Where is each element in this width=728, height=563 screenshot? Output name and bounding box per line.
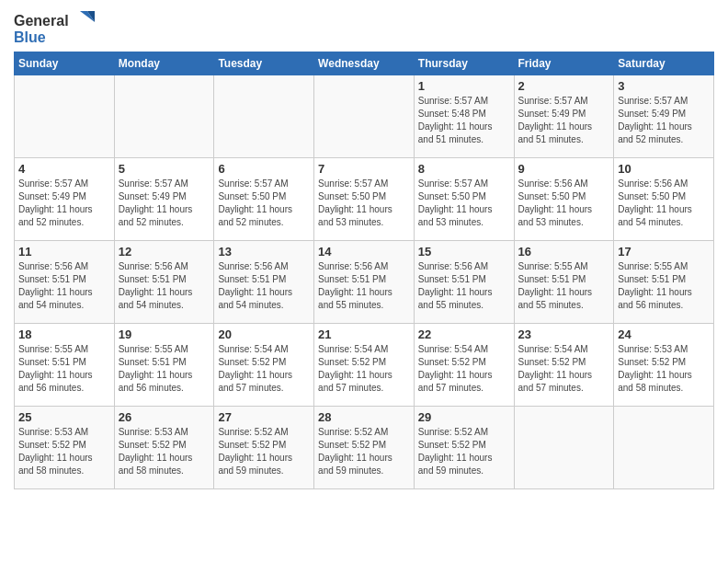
calendar-cell: 15Sunrise: 5:56 AM Sunset: 5:51 PM Dayli…: [414, 241, 514, 324]
calendar-cell: 14Sunrise: 5:56 AM Sunset: 5:51 PM Dayli…: [314, 241, 415, 324]
day-number: 6: [218, 162, 310, 176]
calendar-cell: 19Sunrise: 5:55 AM Sunset: 5:51 PM Dayli…: [114, 324, 214, 407]
calendar-cell: 21Sunrise: 5:54 AM Sunset: 5:52 PM Dayli…: [314, 324, 415, 407]
day-number: 1: [418, 79, 510, 93]
day-of-week-header: Monday: [114, 52, 214, 75]
day-info: Sunrise: 5:57 AM Sunset: 5:48 PM Dayligh…: [418, 95, 510, 146]
day-number: 29: [418, 410, 510, 424]
day-number: 20: [218, 327, 310, 341]
day-info: Sunrise: 5:56 AM Sunset: 5:50 PM Dayligh…: [618, 178, 710, 229]
day-of-week-header: Wednesday: [314, 52, 415, 75]
calendar-cell: 4Sunrise: 5:57 AM Sunset: 5:49 PM Daylig…: [15, 158, 115, 241]
day-number: 12: [119, 245, 210, 259]
calendar-cell: [15, 75, 115, 158]
day-number: 16: [518, 245, 610, 259]
day-info: Sunrise: 5:54 AM Sunset: 5:52 PM Dayligh…: [218, 343, 310, 395]
day-info: Sunrise: 5:53 AM Sunset: 5:52 PM Dayligh…: [119, 426, 210, 477]
calendar-week-row: 18Sunrise: 5:55 AM Sunset: 5:51 PM Dayli…: [15, 324, 714, 407]
day-info: Sunrise: 5:55 AM Sunset: 5:51 PM Dayligh…: [518, 260, 610, 312]
calendar-week-row: 11Sunrise: 5:56 AM Sunset: 5:51 PM Dayli…: [15, 241, 714, 324]
calendar-header-row: SundayMondayTuesdayWednesdayThursdayFrid…: [15, 52, 714, 75]
calendar-cell: 6Sunrise: 5:57 AM Sunset: 5:50 PM Daylig…: [214, 158, 314, 241]
day-number: 13: [218, 245, 310, 259]
day-number: 23: [518, 327, 610, 341]
calendar-week-row: 4Sunrise: 5:57 AM Sunset: 5:49 PM Daylig…: [15, 158, 714, 241]
day-info: Sunrise: 5:53 AM Sunset: 5:52 PM Dayligh…: [618, 343, 710, 395]
day-number: 9: [518, 162, 610, 176]
day-number: 5: [119, 162, 210, 176]
calendar-table: SundayMondayTuesdayWednesdayThursdayFrid…: [14, 52, 714, 489]
calendar-cell: 3Sunrise: 5:57 AM Sunset: 5:49 PM Daylig…: [614, 75, 714, 158]
day-info: Sunrise: 5:57 AM Sunset: 5:49 PM Dayligh…: [618, 95, 710, 146]
calendar-cell: 23Sunrise: 5:54 AM Sunset: 5:52 PM Dayli…: [514, 324, 614, 407]
day-info: Sunrise: 5:57 AM Sunset: 5:49 PM Dayligh…: [518, 95, 610, 146]
day-of-week-header: Saturday: [614, 52, 714, 75]
calendar-cell: 12Sunrise: 5:56 AM Sunset: 5:51 PM Dayli…: [114, 241, 214, 324]
calendar-cell: 25Sunrise: 5:53 AM Sunset: 5:52 PM Dayli…: [15, 407, 115, 489]
day-number: 4: [18, 162, 110, 176]
day-info: Sunrise: 5:52 AM Sunset: 5:52 PM Dayligh…: [218, 426, 310, 477]
day-info: Sunrise: 5:53 AM Sunset: 5:52 PM Dayligh…: [18, 426, 110, 477]
day-info: Sunrise: 5:57 AM Sunset: 5:50 PM Dayligh…: [418, 178, 510, 229]
day-number: 7: [318, 162, 410, 176]
day-info: Sunrise: 5:57 AM Sunset: 5:49 PM Dayligh…: [18, 178, 110, 229]
calendar-cell: 2Sunrise: 5:57 AM Sunset: 5:49 PM Daylig…: [514, 75, 614, 158]
day-info: Sunrise: 5:55 AM Sunset: 5:51 PM Dayligh…: [18, 343, 110, 395]
day-of-week-header: Thursday: [414, 52, 514, 75]
calendar-cell: 20Sunrise: 5:54 AM Sunset: 5:52 PM Dayli…: [214, 324, 314, 407]
day-number: 11: [18, 245, 110, 259]
calendar-cell: 18Sunrise: 5:55 AM Sunset: 5:51 PM Dayli…: [15, 324, 115, 407]
calendar-cell: [214, 75, 314, 158]
calendar-cell: 1Sunrise: 5:57 AM Sunset: 5:48 PM Daylig…: [414, 75, 514, 158]
day-number: 10: [618, 162, 710, 176]
calendar-cell: 26Sunrise: 5:53 AM Sunset: 5:52 PM Dayli…: [114, 407, 214, 489]
day-info: Sunrise: 5:54 AM Sunset: 5:52 PM Dayligh…: [418, 343, 510, 395]
day-number: 17: [618, 245, 710, 259]
day-info: Sunrise: 5:54 AM Sunset: 5:52 PM Dayligh…: [518, 343, 610, 395]
day-number: 28: [318, 410, 410, 424]
calendar-cell: 13Sunrise: 5:56 AM Sunset: 5:51 PM Dayli…: [214, 241, 314, 324]
calendar-cell: [614, 407, 714, 489]
calendar-cell: 16Sunrise: 5:55 AM Sunset: 5:51 PM Dayli…: [514, 241, 614, 324]
day-info: Sunrise: 5:57 AM Sunset: 5:50 PM Dayligh…: [318, 178, 410, 229]
day-number: 3: [618, 79, 710, 93]
day-info: Sunrise: 5:56 AM Sunset: 5:51 PM Dayligh…: [318, 260, 410, 312]
day-of-week-header: Friday: [514, 52, 614, 75]
calendar-cell: 11Sunrise: 5:56 AM Sunset: 5:51 PM Dayli…: [15, 241, 115, 324]
day-number: 25: [18, 410, 110, 424]
day-number: 21: [318, 327, 410, 341]
calendar-week-row: 1Sunrise: 5:57 AM Sunset: 5:48 PM Daylig…: [15, 75, 714, 158]
day-info: Sunrise: 5:56 AM Sunset: 5:51 PM Dayligh…: [18, 260, 110, 312]
day-number: 27: [218, 410, 310, 424]
calendar-body: 1Sunrise: 5:57 AM Sunset: 5:48 PM Daylig…: [15, 75, 714, 489]
calendar-cell: [314, 75, 415, 158]
day-number: 26: [119, 410, 210, 424]
calendar-week-row: 25Sunrise: 5:53 AM Sunset: 5:52 PM Dayli…: [15, 407, 714, 489]
day-number: 14: [318, 245, 410, 259]
calendar-cell: 27Sunrise: 5:52 AM Sunset: 5:52 PM Dayli…: [214, 407, 314, 489]
day-info: Sunrise: 5:56 AM Sunset: 5:51 PM Dayligh…: [218, 260, 310, 312]
day-number: 22: [418, 327, 510, 341]
calendar-cell: 7Sunrise: 5:57 AM Sunset: 5:50 PM Daylig…: [314, 158, 415, 241]
calendar-cell: 24Sunrise: 5:53 AM Sunset: 5:52 PM Dayli…: [614, 324, 714, 407]
day-of-week-header: Sunday: [15, 52, 115, 75]
calendar-cell: 5Sunrise: 5:57 AM Sunset: 5:49 PM Daylig…: [114, 158, 214, 241]
svg-text:Blue: Blue: [14, 29, 46, 45]
calendar-cell: [114, 75, 214, 158]
day-number: 15: [418, 245, 510, 259]
calendar-cell: 29Sunrise: 5:52 AM Sunset: 5:52 PM Dayli…: [414, 407, 514, 489]
day-number: 8: [418, 162, 510, 176]
day-number: 19: [119, 327, 210, 341]
day-info: Sunrise: 5:57 AM Sunset: 5:50 PM Dayligh…: [218, 178, 310, 229]
day-info: Sunrise: 5:56 AM Sunset: 5:50 PM Dayligh…: [518, 178, 610, 229]
day-info: Sunrise: 5:56 AM Sunset: 5:51 PM Dayligh…: [418, 260, 510, 312]
calendar-cell: 9Sunrise: 5:56 AM Sunset: 5:50 PM Daylig…: [514, 158, 614, 241]
calendar-cell: 28Sunrise: 5:52 AM Sunset: 5:52 PM Dayli…: [314, 407, 415, 489]
page-header: GeneralBlue: [14, 9, 714, 46]
day-info: Sunrise: 5:55 AM Sunset: 5:51 PM Dayligh…: [119, 343, 210, 395]
calendar-cell: 10Sunrise: 5:56 AM Sunset: 5:50 PM Dayli…: [614, 158, 714, 241]
day-number: 24: [618, 327, 710, 341]
day-info: Sunrise: 5:54 AM Sunset: 5:52 PM Dayligh…: [318, 343, 410, 395]
day-info: Sunrise: 5:52 AM Sunset: 5:52 PM Dayligh…: [418, 426, 510, 477]
logo: GeneralBlue: [14, 9, 97, 46]
